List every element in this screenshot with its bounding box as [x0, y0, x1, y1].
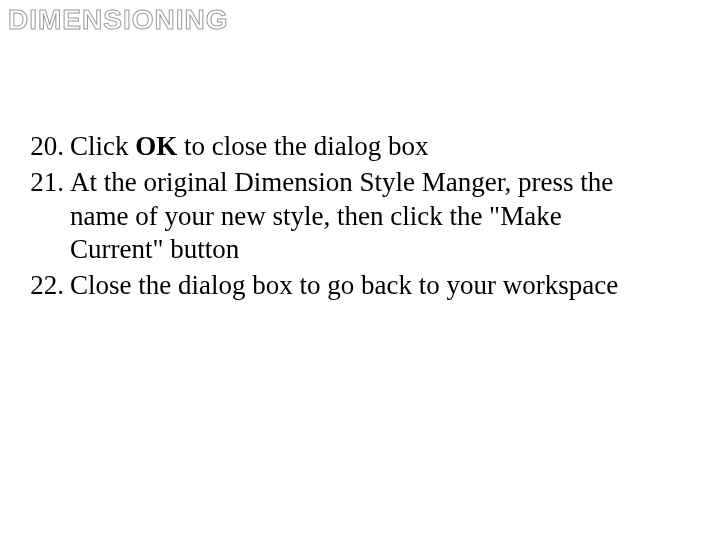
- step-list: 20. Click OK to close the dialog box 21.…: [16, 130, 660, 303]
- slide: DIMENSIONING 20. Click OK to close the d…: [0, 0, 720, 540]
- step-text: Close the dialog box to go back to your …: [70, 269, 660, 303]
- list-item: 22. Close the dialog box to go back to y…: [16, 269, 660, 303]
- text-run: Click: [70, 131, 135, 161]
- step-number: 22.: [16, 269, 70, 303]
- page-title: DIMENSIONING: [8, 4, 228, 36]
- list-item: 20. Click OK to close the dialog box: [16, 130, 660, 164]
- text-run: to close the dialog box: [177, 131, 428, 161]
- bold-run: OK: [135, 131, 177, 161]
- step-text: At the original Dimension Style Manger, …: [70, 166, 660, 267]
- step-number: 20.: [16, 130, 70, 164]
- list-item: 21. At the original Dimension Style Mang…: [16, 166, 660, 267]
- step-number: 21.: [16, 166, 70, 267]
- content-area: 20. Click OK to close the dialog box 21.…: [16, 130, 660, 305]
- step-text: Click OK to close the dialog box: [70, 130, 660, 164]
